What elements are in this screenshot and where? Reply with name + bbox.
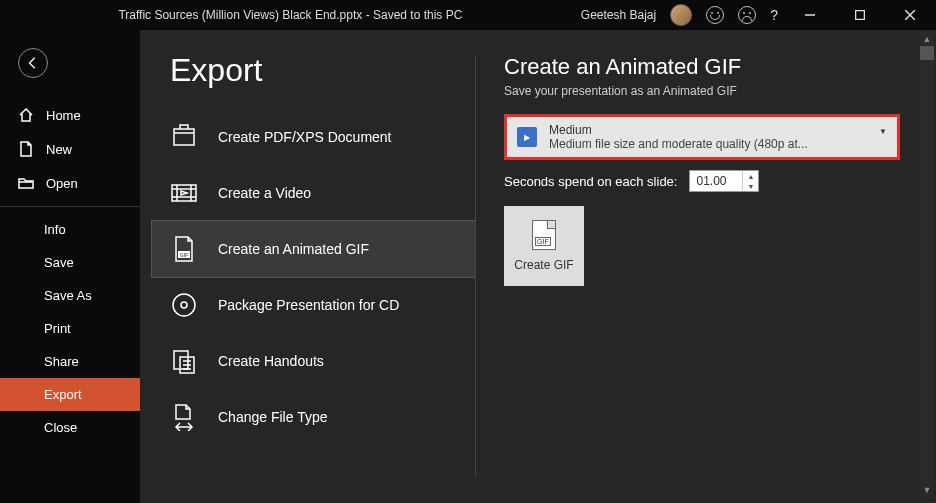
cd-icon <box>170 291 198 319</box>
export-label: Create a Video <box>218 185 311 201</box>
nav-label: New <box>46 142 72 157</box>
export-handouts[interactable]: Create Handouts <box>152 333 475 389</box>
svg-text:GIF: GIF <box>180 252 188 258</box>
nav-save-as[interactable]: Save As <box>0 279 140 312</box>
export-pdf[interactable]: Create PDF/XPS Document <box>152 109 475 165</box>
feedback-smile-icon[interactable] <box>706 6 724 24</box>
svg-rect-10 <box>174 351 188 369</box>
nav-home[interactable]: Home <box>0 98 140 132</box>
nav-label: Home <box>46 108 81 123</box>
spinner-up[interactable]: ▲ <box>742 171 758 181</box>
pdf-icon <box>170 123 198 151</box>
folder-open-icon <box>18 175 34 191</box>
export-label: Create an Animated GIF <box>218 241 369 257</box>
svg-point-9 <box>181 302 187 308</box>
export-label: Change File Type <box>218 409 327 425</box>
export-label: Create PDF/XPS Document <box>218 129 392 145</box>
nav-label: Open <box>46 176 78 191</box>
svg-rect-4 <box>174 129 194 145</box>
back-button[interactable] <box>18 48 48 78</box>
svg-point-8 <box>173 294 195 316</box>
svg-rect-5 <box>172 185 196 201</box>
file-icon <box>18 141 34 157</box>
create-gif-button[interactable]: GIF Create GIF <box>504 206 584 286</box>
quality-dropdown[interactable]: ▶ Medium Medium file size and moderate q… <box>504 114 900 160</box>
nav-new[interactable]: New <box>0 132 140 166</box>
nav-export[interactable]: Export <box>0 378 140 411</box>
export-package[interactable]: Package Presentation for CD <box>152 277 475 333</box>
quality-icon: ▶ <box>517 127 537 147</box>
home-icon <box>18 107 34 123</box>
quality-desc: Medium file size and moderate quality (4… <box>549 137 887 151</box>
quality-name: Medium <box>549 123 887 137</box>
detail-subtitle: Save your presentation as an Animated GI… <box>504 84 900 98</box>
filetype-icon <box>170 403 198 431</box>
gif-icon: GIF <box>170 235 198 263</box>
document-title: Traffic Sources (Million Views) Black En… <box>0 8 581 22</box>
scroll-down-icon[interactable]: ▼ <box>920 483 934 497</box>
handouts-icon <box>170 347 198 375</box>
detail-title: Create an Animated GIF <box>504 54 900 80</box>
export-label: Package Presentation for CD <box>218 297 399 313</box>
export-gif[interactable]: GIF Create an Animated GIF <box>152 221 475 277</box>
seconds-input[interactable]: 01.00 ▲ ▼ <box>689 170 759 192</box>
maximize-button[interactable] <box>842 0 878 30</box>
scrollbar-thumb[interactable] <box>920 46 934 60</box>
minimize-button[interactable] <box>792 0 828 30</box>
nav-open[interactable]: Open <box>0 166 140 200</box>
nav-share[interactable]: Share <box>0 345 140 378</box>
feedback-sad-icon[interactable] <box>738 6 756 24</box>
export-label: Create Handouts <box>218 353 324 369</box>
export-video[interactable]: Create a Video <box>152 165 475 221</box>
svg-rect-1 <box>856 11 865 20</box>
chevron-down-icon: ▼ <box>879 127 887 136</box>
nav-close[interactable]: Close <box>0 411 140 444</box>
seconds-label: Seconds spend on each slide: <box>504 174 677 189</box>
file-gif-icon: GIF <box>532 220 556 250</box>
help-icon[interactable]: ? <box>770 7 778 23</box>
divider <box>0 206 140 207</box>
video-icon <box>170 179 198 207</box>
spinner-down[interactable]: ▼ <box>742 181 758 191</box>
nav-print[interactable]: Print <box>0 312 140 345</box>
nav-info[interactable]: Info <box>0 213 140 246</box>
nav-save[interactable]: Save <box>0 246 140 279</box>
user-name: Geetesh Bajaj <box>581 8 656 22</box>
seconds-value: 01.00 <box>696 174 726 188</box>
avatar[interactable] <box>670 4 692 26</box>
close-button[interactable] <box>892 0 928 30</box>
page-title: Export <box>140 30 475 109</box>
scrollbar[interactable]: ▲ ▼ <box>920 32 934 497</box>
create-label: Create GIF <box>514 258 573 272</box>
scroll-up-icon[interactable]: ▲ <box>920 32 934 46</box>
export-filetype[interactable]: Change File Type <box>152 389 475 445</box>
